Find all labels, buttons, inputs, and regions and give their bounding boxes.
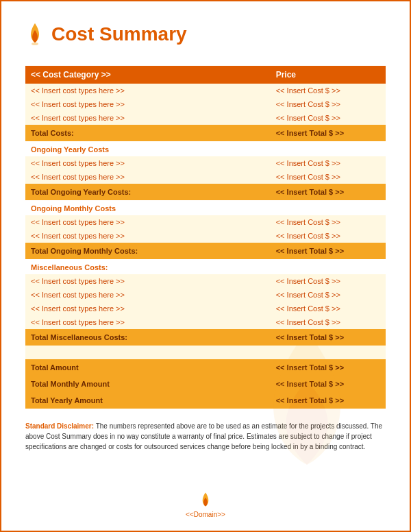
summary-yearly-row: Total Yearly Amount << Insert Total $ >> [25,392,386,409]
total-misc-value: << Insert Total $ >> [271,329,386,346]
total-costs-label: Total Costs: [25,125,271,141]
footer: <<Domain>> [1,492,410,518]
table-row: << Insert cost types here >> << Insert C… [25,302,386,315]
table-row: << Insert cost types here >> << Insert C… [25,111,386,125]
table-row: << Insert cost types here >> << Insert C… [25,315,386,329]
misc-heading: Miscellaneous Costs: [25,259,386,274]
monthly-type-2: << Insert cost types here >> [25,229,271,243]
cost-type-1: << Insert cost types here >> [25,84,271,97]
misc-heading-row: Miscellaneous Costs: [25,259,386,274]
misc-value-1: << Insert Cost $ >> [271,274,386,288]
yearly-type-1: << Insert cost types here >> [25,156,271,170]
monthly-value-1: << Insert Cost $ >> [271,215,386,229]
summary-monthly-value: << Insert Total $ >> [271,376,386,392]
table-row: << Insert cost types here >> << Insert C… [25,288,386,302]
header-price: Price [271,66,386,84]
flame-icon [25,22,45,47]
table-row: << Insert cost types here >> << Insert C… [25,170,386,184]
header-category: << Cost Category >> [25,66,271,84]
table-header-row: << Cost Category >> Price [25,66,386,84]
disclaimer: Standard Disclaimer: The numbers represe… [25,421,386,452]
total-yearly-label: Total Ongoing Yearly Costs: [25,184,271,200]
yearly-heading-row: Ongoing Yearly Costs [25,141,386,156]
misc-value-4: << Insert Cost $ >> [271,315,386,329]
yearly-type-2: << Insert cost types here >> [25,170,271,184]
total-monthly-value: << Insert Total $ >> [271,243,386,259]
footer-flame-icon [199,492,212,509]
total-yearly-value: << Insert Total $ >> [271,184,386,200]
table-row: << Insert cost types here >> << Insert C… [25,215,386,229]
monthly-type-1: << Insert cost types here >> [25,215,271,229]
disclaimer-label: Standard Disclaimer: [25,422,94,430]
total-costs-row: Total Costs: << Insert Total $ >> [25,125,386,141]
misc-type-1: << Insert cost types here >> [25,274,271,288]
cost-type-3: << Insert cost types here >> [25,111,271,125]
page-title: Cost Summary [51,23,187,45]
summary-yearly-label: Total Yearly Amount [25,392,271,409]
total-monthly-row: Total Ongoing Monthly Costs: << Insert T… [25,243,386,259]
misc-type-3: << Insert cost types here >> [25,302,271,315]
footer-domain: <<Domain>> [186,511,225,518]
yearly-heading: Ongoing Yearly Costs [25,141,386,156]
summary-monthly-label: Total Monthly Amount [25,376,271,392]
total-misc-row: Total Miscellaneous Costs: << Insert Tot… [25,329,386,346]
cost-value-3: << Insert Cost $ >> [271,111,386,125]
summary-total-value: << Insert Total $ >> [271,359,386,376]
table-row: << Insert cost types here >> << Insert C… [25,156,386,170]
misc-value-3: << Insert Cost $ >> [271,302,386,315]
monthly-value-2: << Insert Cost $ >> [271,229,386,243]
monthly-heading: Ongoing Monthly Costs [25,200,386,215]
header: Cost Summary [25,22,386,47]
cost-table: << Cost Category >> Price << Insert cost… [25,66,386,409]
table-row: << Insert cost types here >> << Insert C… [25,229,386,243]
misc-value-2: << Insert Cost $ >> [271,288,386,302]
monthly-heading-row: Ongoing Monthly Costs [25,200,386,215]
summary-total-amount-row: Total Amount << Insert Total $ >> [25,359,386,376]
total-misc-label: Total Miscellaneous Costs: [25,329,271,346]
svg-point-0 [32,43,38,45]
yearly-value-1: << Insert Cost $ >> [271,156,386,170]
cost-type-2: << Insert cost types here >> [25,97,271,111]
total-monthly-label: Total Ongoing Monthly Costs: [25,243,271,259]
yearly-value-2: << Insert Cost $ >> [271,170,386,184]
summary-monthly-row: Total Monthly Amount << Insert Total $ >… [25,376,386,392]
misc-type-4: << Insert cost types here >> [25,315,271,329]
cost-value-1: << Insert Cost $ >> [271,84,386,97]
misc-type-2: << Insert cost types here >> [25,288,271,302]
summary-total-label: Total Amount [25,359,271,376]
cost-value-2: << Insert Cost $ >> [271,97,386,111]
table-row: << Insert cost types here >> << Insert C… [25,274,386,288]
page: Cost Summary << Cost Category >> Price <… [0,0,411,532]
summary-total-amount-row [25,346,386,359]
summary-yearly-value: << Insert Total $ >> [271,392,386,409]
table-row: << Insert cost types here >> << Insert C… [25,84,386,97]
total-costs-value: << Insert Total $ >> [271,125,386,141]
table-row: << Insert cost types here >> << Insert C… [25,97,386,111]
total-yearly-row: Total Ongoing Yearly Costs: << Insert To… [25,184,386,200]
